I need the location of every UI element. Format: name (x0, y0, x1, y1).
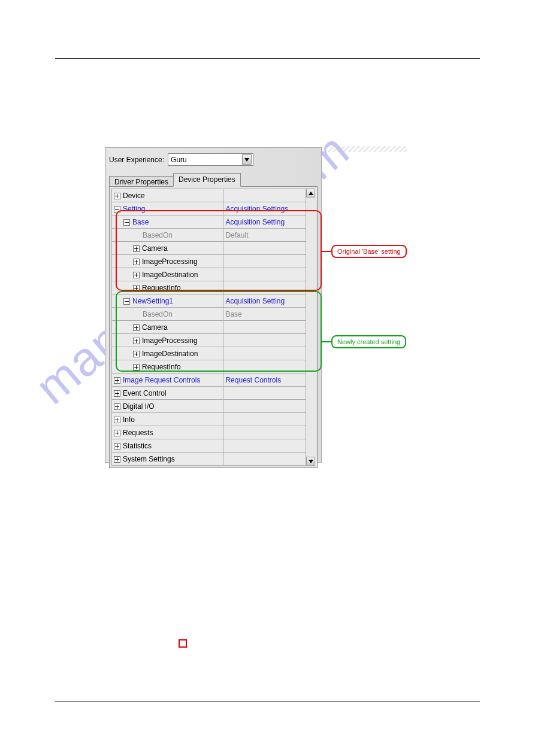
collapse-icon[interactable] (114, 206, 120, 212)
property-name-cell[interactable]: BasedOn (112, 308, 223, 321)
expand-icon[interactable] (133, 338, 140, 344)
property-value-cell[interactable] (223, 413, 315, 426)
property-row[interactable]: Device (112, 189, 315, 202)
expand-icon[interactable] (114, 193, 120, 199)
property-row[interactable]: SettingAcquisition Settings (112, 202, 315, 215)
property-label: RequestInfo (142, 363, 181, 371)
property-row[interactable]: BasedOnBase (112, 308, 315, 321)
user-experience-dropdown[interactable]: Guru (168, 153, 253, 166)
property-value-cell[interactable] (223, 360, 315, 374)
property-name-cell[interactable]: Digital I/O (112, 400, 223, 413)
property-value-cell[interactable] (223, 334, 315, 347)
property-name-cell[interactable]: Event Control (112, 387, 223, 400)
scroll-down-button[interactable] (306, 457, 315, 466)
property-value-cell[interactable]: Base (223, 308, 315, 321)
property-name-cell[interactable]: NewSetting1 (112, 294, 223, 308)
property-value-cell[interactable]: Acquisition Setting (223, 294, 315, 308)
property-name-cell[interactable]: Info (112, 413, 223, 426)
property-name-cell[interactable]: BasedOn (112, 229, 223, 242)
chevron-down-icon (244, 158, 249, 162)
property-label: Base (132, 218, 149, 226)
property-value-cell[interactable] (223, 189, 315, 202)
property-row[interactable]: Image Request ControlsRequest Controls (112, 374, 315, 387)
property-row[interactable]: System Settings (112, 453, 315, 466)
property-row[interactable]: BasedOnDefault (112, 229, 315, 242)
property-name-cell[interactable]: Setting (112, 202, 223, 215)
property-row[interactable]: Requests (112, 426, 315, 439)
property-name-cell[interactable]: Statistics (112, 439, 223, 453)
property-row[interactable]: ImageDestination (112, 347, 315, 360)
collapse-icon[interactable] (123, 219, 130, 226)
property-value-cell[interactable] (223, 255, 315, 268)
property-row[interactable]: NewSetting1Acquisition Setting (112, 294, 315, 308)
property-row[interactable]: Camera (112, 321, 315, 334)
property-row[interactable]: Statistics (112, 439, 315, 453)
property-value-cell[interactable]: Request Controls (223, 374, 315, 387)
property-value: Acquisition Setting (225, 218, 285, 226)
expand-icon[interactable] (133, 245, 140, 252)
property-name-cell[interactable]: ImageDestination (112, 347, 223, 360)
property-value: Acquisition Settings (225, 205, 288, 213)
dropdown-arrow-button[interactable] (242, 154, 252, 165)
property-value-cell[interactable]: Acquisition Settings (223, 202, 315, 215)
property-name-cell[interactable]: ImageProcessing (112, 255, 223, 268)
chevron-down-icon (309, 460, 313, 463)
property-row[interactable]: ImageProcessing (112, 255, 315, 268)
footer-rule (55, 702, 480, 702)
property-name-cell[interactable]: Camera (112, 242, 223, 255)
property-name-cell[interactable]: RequestInfo (112, 360, 223, 374)
property-value-cell[interactable] (223, 347, 315, 360)
expand-icon[interactable] (133, 364, 140, 371)
property-row[interactable]: Event Control (112, 387, 315, 400)
property-name-cell[interactable]: Base (112, 215, 223, 229)
expand-icon[interactable] (133, 285, 140, 292)
property-label: Statistics (123, 442, 152, 450)
property-name-cell[interactable]: ImageDestination (112, 268, 223, 281)
property-label: RequestInfo (142, 284, 181, 292)
property-value: Acquisition Setting (225, 297, 285, 305)
property-value-cell[interactable] (223, 426, 315, 439)
expand-icon[interactable] (133, 351, 140, 357)
scroll-up-button[interactable] (306, 189, 315, 198)
property-row[interactable]: ImageDestination (112, 268, 315, 281)
expand-icon[interactable] (114, 430, 120, 436)
property-label: ImageProcessing (142, 336, 198, 345)
property-value-cell[interactable] (223, 453, 315, 466)
property-name-cell[interactable]: Image Request Controls (112, 374, 223, 387)
property-name-cell[interactable]: Device (112, 189, 223, 202)
property-row[interactable]: ImageProcessing (112, 334, 315, 347)
property-row[interactable]: Camera (112, 242, 315, 255)
property-row[interactable]: BaseAcquisition Setting (112, 215, 315, 229)
property-value: Base (225, 310, 241, 318)
property-value-cell[interactable] (223, 387, 315, 400)
property-value-cell[interactable] (223, 242, 315, 255)
property-value-cell[interactable] (223, 321, 315, 334)
property-row[interactable]: Info (112, 413, 315, 426)
expand-icon[interactable] (133, 259, 140, 265)
property-value-cell[interactable]: Default (223, 229, 315, 242)
expand-icon[interactable] (133, 272, 140, 278)
expand-icon[interactable] (114, 377, 120, 384)
property-name-cell[interactable]: RequestInfo (112, 281, 223, 294)
property-name-cell[interactable]: Requests (112, 426, 223, 439)
property-value-cell[interactable] (223, 281, 315, 294)
property-row[interactable]: RequestInfo (112, 281, 315, 294)
property-row[interactable]: RequestInfo (112, 360, 315, 374)
property-row[interactable]: Digital I/O (112, 400, 315, 413)
vertical-scrollbar[interactable] (306, 189, 315, 466)
collapse-icon[interactable] (123, 298, 130, 305)
property-name-cell[interactable]: ImageProcessing (112, 334, 223, 347)
property-name-cell[interactable]: System Settings (112, 453, 223, 466)
property-value-cell[interactable] (223, 439, 315, 453)
expand-icon[interactable] (133, 324, 140, 331)
expand-icon[interactable] (114, 456, 120, 463)
property-name-cell[interactable]: Camera (112, 321, 223, 334)
expand-icon[interactable] (114, 443, 120, 450)
expand-icon[interactable] (114, 417, 120, 423)
tab-device-properties[interactable]: Device Properties (173, 173, 241, 187)
expand-icon[interactable] (114, 390, 120, 397)
property-value-cell[interactable]: Acquisition Setting (223, 215, 315, 229)
expand-icon[interactable] (114, 403, 120, 410)
property-value-cell[interactable] (223, 268, 315, 281)
property-value-cell[interactable] (223, 400, 315, 413)
